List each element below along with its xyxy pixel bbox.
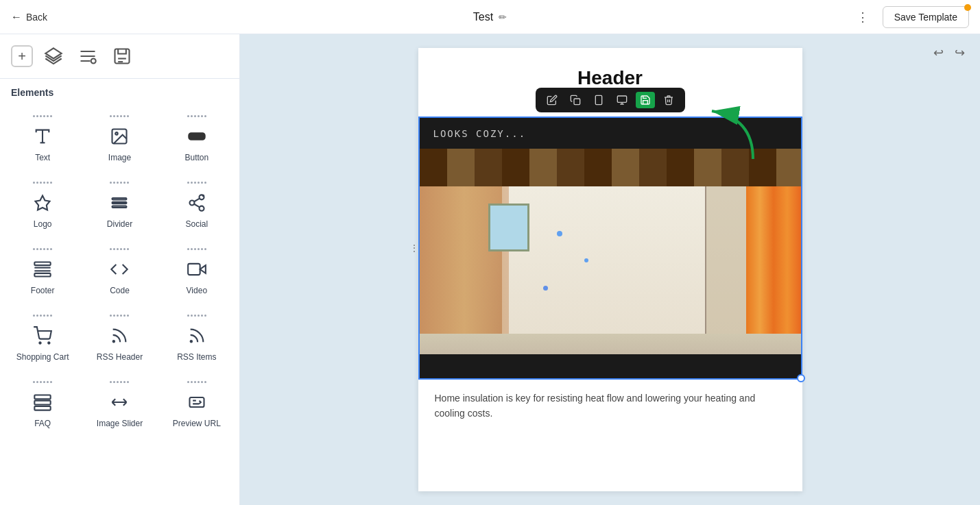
element-video-label: Video (187, 286, 207, 295)
svg-point-24 (113, 341, 115, 342)
back-arrow-icon: ← (11, 11, 22, 23)
svg-rect-16 (34, 262, 50, 266)
svg-rect-5 (189, 133, 204, 139)
element-dots (110, 115, 129, 117)
element-footer-label: Footer (31, 286, 55, 295)
delete-block-button[interactable] (659, 92, 678, 108)
svg-point-4 (116, 132, 119, 135)
element-footer[interactable]: Footer (5, 239, 80, 303)
element-text[interactable]: Text (5, 106, 80, 170)
top-bar-left: ← Back (11, 11, 47, 23)
save-template-button[interactable]: Save Template (883, 6, 969, 28)
svg-point-1 (91, 59, 96, 64)
email-body-paragraph: Home insulation is key for resisting hea… (435, 391, 786, 421)
element-rss-header[interactable]: RSS Header (82, 306, 156, 369)
more-options-button[interactable]: ⋮ (851, 7, 874, 27)
element-rss-items[interactable]: RSS Items (160, 306, 234, 369)
mobile-view-button[interactable] (589, 92, 608, 108)
rss-header-icon (107, 323, 132, 348)
svg-point-11 (189, 201, 194, 206)
top-bar: ← Back Test ✏ ⋮ Save Template (0, 0, 980, 34)
svg-point-22 (39, 342, 40, 343)
svg-rect-8 (112, 202, 127, 204)
element-dots (110, 315, 129, 317)
undo-redo-toolbar: ↩ ↪ (929, 42, 969, 63)
edit-block-button[interactable] (542, 92, 562, 108)
unsaved-indicator (964, 4, 971, 11)
redo-button[interactable]: ↪ (951, 42, 969, 63)
element-image-label: Image (108, 153, 131, 162)
svg-rect-9 (112, 206, 127, 208)
top-bar-right: ⋮ Save Template (851, 6, 969, 28)
style-button[interactable] (74, 42, 101, 70)
element-image-slider[interactable]: Image Slider (82, 372, 156, 436)
svg-rect-7 (112, 198, 127, 199)
svg-marker-6 (36, 196, 50, 210)
element-code[interactable]: Code (82, 239, 156, 303)
element-divider[interactable]: Divider (82, 173, 156, 236)
element-rss-items-label: RSS Items (177, 352, 216, 362)
video-top-bar: LOOKS COZY... (420, 118, 801, 149)
shopping-cart-icon (30, 323, 55, 348)
element-faq-label: FAQ (34, 419, 51, 428)
desktop-view-button[interactable] (612, 92, 632, 108)
element-dots (33, 248, 52, 250)
element-button[interactable]: Button (160, 106, 234, 170)
social-icon (184, 190, 209, 215)
content-area: ↩ ↪ Header Add text to your email. ⋮⋮ (240, 34, 980, 505)
svg-point-23 (48, 342, 49, 343)
element-preview-url-label: Preview URL (173, 419, 221, 428)
video-block[interactable]: ⋮⋮ (418, 116, 802, 380)
element-shopping-cart-label: Shopping Cart (16, 352, 69, 362)
video-title: LOOKS COZY... (433, 128, 527, 139)
element-video[interactable]: Video (160, 239, 234, 303)
duplicate-block-button[interactable] (566, 92, 585, 108)
main-layout: + (0, 34, 980, 505)
element-image[interactable]: Image (82, 106, 156, 170)
svg-line-14 (194, 199, 200, 202)
svg-line-13 (194, 204, 200, 208)
element-social[interactable]: Social (160, 173, 234, 236)
video-bottom-bar (420, 354, 801, 378)
svg-marker-20 (200, 265, 205, 273)
svg-rect-27 (34, 401, 50, 405)
element-logo[interactable]: Logo (5, 173, 80, 236)
image-icon (107, 124, 132, 149)
layers-button[interactable] (40, 42, 67, 70)
element-image-slider-label: Image Slider (97, 419, 143, 428)
svg-point-25 (190, 341, 191, 342)
element-shopping-cart[interactable]: Shopping Cart (5, 306, 80, 369)
top-bar-center: Test ✏ (473, 11, 507, 23)
element-dots (33, 315, 52, 317)
back-button[interactable]: ← Back (11, 11, 47, 23)
page-title: Test (473, 11, 493, 23)
add-element-button[interactable]: + (11, 45, 33, 67)
save-layout-icon (112, 47, 132, 66)
save-layout-button[interactable] (108, 42, 136, 70)
element-dots (110, 248, 129, 250)
svg-rect-33 (617, 96, 626, 102)
svg-rect-31 (595, 95, 601, 104)
code-icon (107, 257, 132, 282)
element-preview-url[interactable]: Preview URL (160, 372, 234, 436)
element-text-label: Text (35, 153, 50, 162)
email-body-text: Home insulation is key for resisting hea… (418, 380, 802, 432)
svg-rect-19 (34, 273, 50, 277)
element-rss-header-label: RSS Header (97, 352, 143, 362)
edit-title-icon[interactable]: ✏ (499, 12, 507, 23)
element-dots (33, 182, 52, 184)
preview-url-icon (184, 390, 209, 415)
resize-handle[interactable] (797, 374, 805, 382)
save-section-button[interactable] (636, 92, 655, 108)
element-logo-label: Logo (34, 219, 52, 229)
element-divider-label: Divider (107, 219, 132, 229)
svg-point-15 (202, 195, 204, 197)
element-dots (33, 381, 52, 383)
undo-button[interactable]: ↩ (929, 42, 948, 63)
svg-rect-29 (189, 397, 204, 407)
svg-point-12 (199, 206, 204, 211)
element-faq[interactable]: FAQ (5, 372, 80, 436)
email-preview: Header Add text to your email. ⋮⋮ (418, 48, 802, 491)
sidebar-toolbar: + (0, 34, 239, 79)
element-button-label: Button (184, 153, 208, 162)
